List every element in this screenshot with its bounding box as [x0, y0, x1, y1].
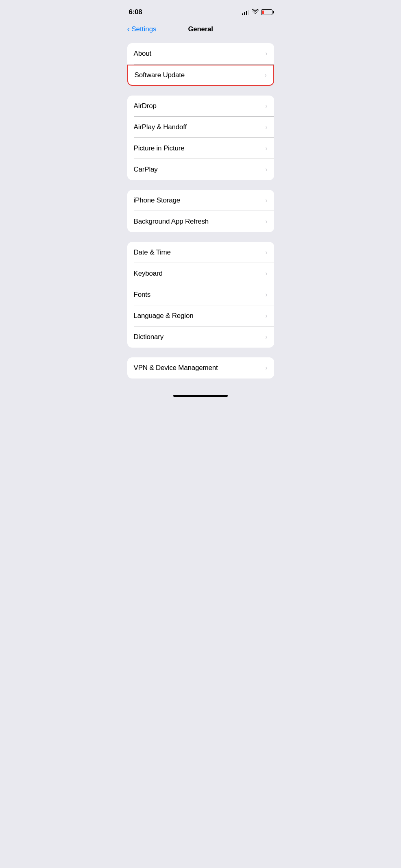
settings-item-picture-in-picture[interactable]: Picture in Picture › [127, 138, 274, 159]
settings-item-carplay[interactable]: CarPlay › [127, 159, 274, 180]
settings-group-1: About › Software Update › [127, 43, 274, 86]
airdrop-label: AirDrop [134, 102, 157, 110]
fonts-chevron-icon: › [265, 291, 267, 298]
settings-item-iphone-storage[interactable]: iPhone Storage › [127, 190, 274, 211]
airdrop-chevron-icon: › [265, 102, 267, 110]
settings-item-date-time[interactable]: Date & Time › [127, 242, 274, 263]
date-time-chevron-icon: › [265, 249, 267, 256]
status-bar: 6:08 [121, 0, 281, 22]
settings-item-keyboard[interactable]: Keyboard › [127, 263, 274, 284]
status-icons [242, 9, 272, 15]
settings-group-5: VPN & Device Management › [127, 357, 274, 379]
iphone-storage-chevron-icon: › [265, 197, 267, 204]
wifi-icon [252, 9, 259, 15]
keyboard-label: Keyboard [134, 270, 163, 278]
settings-group-4: Date & Time › Keyboard › Fonts › Languag… [127, 242, 274, 348]
background-app-refresh-label: Background App Refresh [134, 218, 209, 226]
airplay-handoff-label: AirPlay & Handoff [134, 123, 187, 131]
signal-icon [242, 10, 249, 15]
settings-item-language-region[interactable]: Language & Region › [127, 305, 274, 326]
software-update-label: Software Update [135, 71, 185, 79]
settings-item-airplay-handoff[interactable]: AirPlay & Handoff › [127, 117, 274, 138]
settings-group-3: iPhone Storage › Background App Refresh … [127, 190, 274, 232]
language-region-label: Language & Region [134, 312, 194, 320]
dictionary-label: Dictionary [134, 333, 164, 341]
date-time-label: Date & Time [134, 248, 171, 257]
fonts-label: Fonts [134, 291, 151, 299]
software-update-chevron-icon: › [264, 72, 266, 79]
language-region-chevron-icon: › [265, 312, 267, 320]
settings-group-2: AirDrop › AirPlay & Handoff › Picture in… [127, 96, 274, 180]
carplay-label: CarPlay [134, 165, 158, 174]
settings-item-background-app-refresh[interactable]: Background App Refresh › [127, 211, 274, 232]
dictionary-chevron-icon: › [265, 333, 267, 341]
back-button[interactable]: ‹ Settings [127, 25, 157, 34]
about-chevron-icon: › [265, 50, 267, 57]
picture-in-picture-label: Picture in Picture [134, 144, 185, 152]
picture-in-picture-chevron-icon: › [265, 145, 267, 152]
back-label: Settings [131, 25, 156, 33]
settings-item-about[interactable]: About › [127, 43, 274, 64]
back-chevron-icon: ‹ [127, 24, 130, 34]
status-time: 6:08 [129, 8, 142, 16]
iphone-storage-label: iPhone Storage [134, 196, 180, 204]
battery-icon [261, 9, 272, 15]
page-title: General [188, 25, 213, 33]
settings-item-dictionary[interactable]: Dictionary › [127, 326, 274, 348]
settings-item-vpn-device-management[interactable]: VPN & Device Management › [127, 357, 274, 379]
settings-item-fonts[interactable]: Fonts › [127, 284, 274, 305]
nav-header: ‹ Settings General [121, 22, 281, 40]
keyboard-chevron-icon: › [265, 270, 267, 277]
background-app-refresh-chevron-icon: › [265, 218, 267, 225]
settings-content: About › Software Update › AirDrop › AirP… [121, 40, 281, 392]
home-indicator [121, 392, 281, 403]
about-label: About [134, 50, 151, 58]
vpn-device-management-chevron-icon: › [265, 364, 267, 372]
settings-item-airdrop[interactable]: AirDrop › [127, 96, 274, 117]
vpn-device-management-label: VPN & Device Management [134, 364, 218, 372]
settings-item-software-update[interactable]: Software Update › [127, 65, 274, 86]
airplay-handoff-chevron-icon: › [265, 124, 267, 131]
carplay-chevron-icon: › [265, 166, 267, 173]
